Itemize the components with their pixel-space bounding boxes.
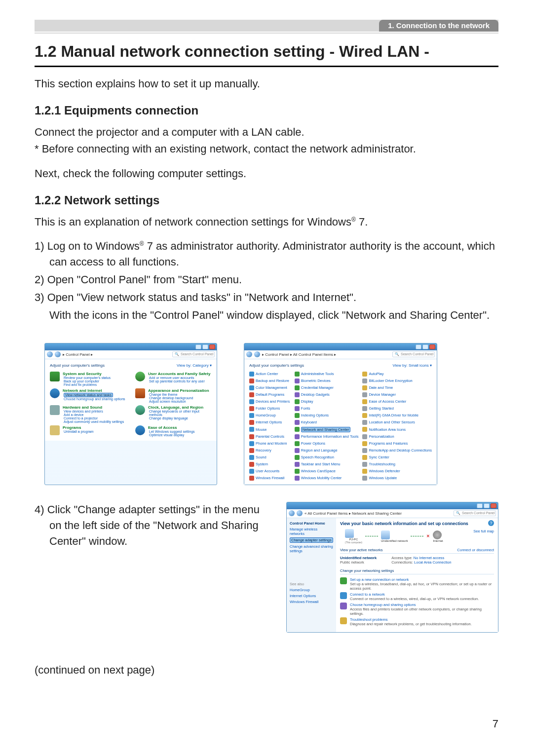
- category-sublink[interactable]: View devices and printers: [64, 410, 124, 413]
- control-panel-item[interactable]: Default Programs: [249, 392, 291, 397]
- category-sublink[interactable]: View network status and tasks: [64, 393, 113, 397]
- control-panel-item[interactable]: Mouse: [249, 427, 291, 432]
- local-area-connection-link[interactable]: Local Area Connection: [414, 560, 451, 565]
- maximize-button[interactable]: [422, 344, 428, 349]
- control-panel-item[interactable]: Getting Started: [362, 406, 432, 411]
- control-panel-item[interactable]: Phone and Modem: [249, 441, 291, 446]
- control-panel-item[interactable]: Intel(R) GMA Driver for Mobile: [362, 413, 432, 418]
- control-panel-item[interactable]: Fonts: [295, 406, 359, 411]
- category-item[interactable]: Appearance and PersonalizationChange the…: [135, 388, 212, 403]
- control-panel-item[interactable]: Speech Recognition: [295, 455, 359, 460]
- breadcrumb[interactable]: ▸ Control Panel ▸ All Control Panel Item…: [262, 352, 390, 357]
- forward-button[interactable]: [297, 510, 303, 516]
- category-sublink[interactable]: Change keyboards or other input methods: [149, 410, 212, 416]
- control-panel-item[interactable]: Devices and Printers: [249, 399, 291, 404]
- control-panel-item[interactable]: Troubleshooting: [362, 462, 432, 467]
- control-panel-home-link[interactable]: Control Panel Home: [290, 521, 325, 526]
- control-panel-item[interactable]: Desktop Gadgets: [295, 392, 359, 397]
- nsc-task[interactable]: Troubleshoot problemsDiagnose and repair…: [340, 617, 494, 626]
- control-panel-item[interactable]: Date and Time: [362, 385, 432, 390]
- control-panel-item[interactable]: Programs and Features: [362, 441, 432, 446]
- close-button[interactable]: [429, 344, 435, 349]
- search-input[interactable]: Search Control Panel: [392, 351, 435, 357]
- see-full-map-link[interactable]: See full map: [473, 529, 494, 533]
- category-sublink[interactable]: Adjust screen resolution: [149, 400, 209, 403]
- control-panel-item[interactable]: Windows Mobility Center: [295, 476, 359, 481]
- nsc-task[interactable]: Connect to a networkConnect or reconnect…: [340, 592, 494, 601]
- maximize-button[interactable]: [484, 503, 490, 508]
- control-panel-item[interactable]: Administrative Tools: [295, 372, 359, 377]
- control-panel-item[interactable]: Power Options: [295, 441, 359, 446]
- see-also-link[interactable]: Windows Firewall: [290, 600, 333, 604]
- control-panel-item[interactable]: System: [249, 462, 291, 467]
- breadcrumb[interactable]: ▸ Control Panel ▸: [63, 352, 170, 357]
- category-sublink[interactable]: Change the theme: [149, 393, 209, 396]
- control-panel-item[interactable]: Action Center: [249, 372, 291, 377]
- category-item[interactable]: Hardware and SoundView devices and print…: [50, 405, 126, 423]
- category-sublink[interactable]: Back up your computer: [64, 379, 111, 383]
- control-panel-item[interactable]: Biometric Devices: [295, 378, 359, 383]
- category-sublink[interactable]: Optimize visual display: [149, 433, 195, 437]
- minimize-button[interactable]: [195, 344, 201, 349]
- category-sublink[interactable]: Change display language: [149, 416, 212, 420]
- minimize-button[interactable]: [416, 344, 421, 349]
- control-panel-item[interactable]: Personalization: [362, 434, 432, 439]
- sidebar-link[interactable]: Change advanced sharing settings: [290, 544, 333, 553]
- control-panel-item[interactable]: Windows CardSpace: [295, 469, 359, 474]
- category-title[interactable]: Network and Internet: [63, 388, 102, 393]
- control-panel-item[interactable]: User Accounts: [249, 469, 291, 474]
- sidebar-link[interactable]: Change adapter settings: [290, 537, 333, 543]
- control-panel-item[interactable]: Location and Other Sensors: [362, 420, 432, 425]
- category-title[interactable]: User Accounts and Family Safety: [148, 372, 210, 376]
- control-panel-item[interactable]: RemoteApp and Desktop Connections: [362, 448, 432, 453]
- category-sublink[interactable]: Choose homegroup and sharing options: [64, 397, 126, 401]
- control-panel-item[interactable]: Folder Options: [249, 406, 291, 411]
- minimize-button[interactable]: [477, 503, 483, 508]
- category-sublink[interactable]: Review your computer's status: [64, 376, 111, 379]
- category-sublink[interactable]: Add a device: [64, 413, 124, 416]
- control-panel-item[interactable]: Notification Area Icons: [362, 427, 432, 432]
- back-button[interactable]: [246, 351, 252, 357]
- forward-button[interactable]: [55, 351, 61, 357]
- category-title[interactable]: Clock, Language, and Region: [148, 405, 203, 410]
- see-also-link[interactable]: Internet Options: [290, 594, 333, 598]
- maximize-button[interactable]: [202, 344, 208, 349]
- category-title[interactable]: Ease of Access: [148, 425, 177, 430]
- category-item[interactable]: Clock, Language, and RegionChange keyboa…: [135, 405, 212, 423]
- category-title[interactable]: Programs: [63, 425, 81, 430]
- control-panel-item[interactable]: Color Management: [249, 385, 291, 390]
- category-sublink[interactable]: Uninstall a program: [64, 430, 94, 433]
- control-panel-item[interactable]: Sync Center: [362, 455, 432, 460]
- category-sublink[interactable]: Add or remove user accounts: [149, 376, 210, 379]
- forward-button[interactable]: [254, 351, 260, 357]
- category-sublink[interactable]: Connect to a projector: [64, 416, 124, 420]
- control-panel-item[interactable]: Backup and Restore: [249, 378, 291, 383]
- category-item[interactable]: ProgramsUninstall a program: [50, 425, 126, 437]
- category-title[interactable]: Hardware and Sound: [63, 405, 102, 410]
- sidebar-link[interactable]: Manage wireless networks: [290, 527, 333, 536]
- back-button[interactable]: [47, 351, 53, 357]
- control-panel-item[interactable]: Taskbar and Start Menu: [295, 462, 359, 467]
- control-panel-item[interactable]: Device Manager: [362, 392, 432, 397]
- control-panel-item[interactable]: Windows Defender: [362, 469, 432, 474]
- view-by-dropdown[interactable]: View by: Small icons ▾: [393, 363, 432, 368]
- control-panel-item[interactable]: Sound: [249, 455, 291, 460]
- category-sublink[interactable]: Let Windows suggest settings: [149, 430, 195, 433]
- control-panel-item[interactable]: Indexing Options: [295, 413, 359, 418]
- category-item[interactable]: System and SecurityReview your computer'…: [50, 372, 126, 386]
- help-icon[interactable]: ?: [488, 520, 494, 526]
- control-panel-item[interactable]: BitLocker Drive Encryption: [362, 378, 432, 383]
- nsc-task[interactable]: Choose homegroup and sharing optionsAcce…: [340, 603, 494, 616]
- control-panel-item[interactable]: Windows Update: [362, 476, 432, 481]
- control-panel-item[interactable]: Keyboard: [295, 420, 359, 425]
- control-panel-item[interactable]: Parental Controls: [249, 434, 291, 439]
- category-item[interactable]: Ease of AccessLet Windows suggest settin…: [135, 425, 212, 437]
- control-panel-item[interactable]: Internet Options: [249, 420, 291, 425]
- control-panel-item[interactable]: Display: [295, 399, 359, 404]
- search-input[interactable]: Search Control Panel: [454, 510, 496, 516]
- category-item[interactable]: User Accounts and Family SafetyAdd or re…: [135, 372, 212, 386]
- search-input[interactable]: Search Control Panel: [172, 351, 215, 357]
- category-title[interactable]: Appearance and Personalization: [148, 388, 209, 393]
- control-panel-item[interactable]: Recovery: [249, 448, 291, 453]
- control-panel-item[interactable]: Windows Firewall: [249, 476, 291, 481]
